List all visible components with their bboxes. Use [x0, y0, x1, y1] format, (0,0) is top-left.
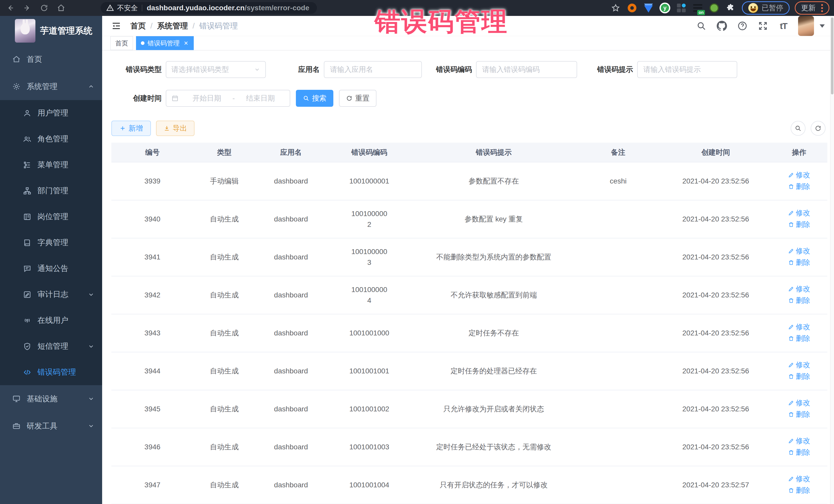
error-type-label: 错误码类型	[120, 65, 162, 74]
end-date-placeholder[interactable]: 结束日期	[236, 93, 285, 103]
sidebar-item-system[interactable]: 系统管理	[0, 73, 102, 100]
error-code-input[interactable]	[482, 65, 571, 74]
avatar-caret-icon[interactable]	[820, 24, 825, 28]
sidebar-item-announcements[interactable]: 通知公告	[0, 256, 102, 282]
app-name-input[interactable]	[329, 65, 416, 74]
home-icon	[12, 54, 21, 64]
scrollbar-thumb[interactable]	[831, 18, 833, 94]
delete-button[interactable]: 删除	[788, 485, 810, 496]
delete-button[interactable]: 删除	[788, 447, 810, 458]
sidebar-item-departments[interactable]: 部门管理	[0, 178, 102, 204]
refresh-icon[interactable]	[811, 121, 826, 136]
export-button[interactable]: 导出	[156, 120, 195, 136]
date-range-picker[interactable]: 开始日期 - 结束日期	[166, 90, 290, 107]
sidebar-item-devtools[interactable]: 研发工具	[0, 412, 102, 440]
reset-button[interactable]: 重置	[339, 90, 376, 107]
filter-error-type: 错误码类型 请选择错误码类型	[120, 61, 266, 78]
sidebar-menu: 首页 系统管理 用户管理 角色管理	[0, 46, 102, 504]
browser-reload-icon[interactable]	[39, 2, 50, 14]
extension-orange-icon[interactable]	[626, 2, 638, 14]
tag-error-codes[interactable]: 错误码管理	[136, 36, 194, 50]
filter-row-1: 错误码类型 请选择错误码类型 应用名 错误码编码	[111, 61, 826, 78]
search-button[interactable]: 搜索	[296, 90, 333, 107]
announcement-icon	[23, 264, 32, 273]
paused-label: 已暂停	[762, 3, 783, 13]
edit-button[interactable]: 修改	[788, 359, 810, 370]
breadcrumb-separator: /	[193, 22, 195, 30]
sidebar-item-infrastructure[interactable]: 基础设施	[0, 385, 102, 412]
page-scrollbar[interactable]	[830, 16, 834, 504]
profile-paused-badge[interactable]: 已暂停	[742, 1, 790, 15]
delete-button[interactable]: 删除	[788, 409, 810, 420]
sidebar-item-posts[interactable]: 岗位管理	[0, 204, 102, 230]
tag-home[interactable]: 首页	[110, 36, 133, 50]
breadcrumb-home[interactable]: 首页	[130, 21, 146, 31]
edit-button[interactable]: 修改	[788, 397, 810, 408]
address-bar[interactable]: 不安全 dashboard.yudao.iocoder.cn /system/e…	[101, 2, 317, 14]
sidebar-item-roles[interactable]: 角色管理	[0, 126, 102, 152]
sidebar-item-menus[interactable]: 菜单管理	[0, 152, 102, 178]
edit-button[interactable]: 修改	[788, 170, 810, 180]
browser-home-icon[interactable]	[56, 2, 67, 14]
breadcrumb-current: 错误码管理	[199, 21, 238, 31]
extension-green-y-icon[interactable]: y	[659, 2, 671, 14]
add-button[interactable]: 新增	[111, 120, 151, 136]
sidebar-item-home[interactable]: 首页	[0, 46, 102, 73]
table-row: 3944自动生成dashboard1001001001定时任务的处理器已经存在2…	[111, 352, 827, 390]
edit-button[interactable]: 修改	[788, 246, 810, 256]
tag-active-dot	[141, 41, 145, 45]
sidebar-fold-icon[interactable]	[111, 21, 122, 31]
delete-button[interactable]: 删除	[788, 219, 810, 230]
delete-button[interactable]: 删除	[788, 333, 810, 344]
error-hint-input[interactable]	[643, 65, 731, 74]
extension-list-on-icon[interactable]: on	[692, 2, 704, 14]
filter-create-time: 创建时间 开始日期 - 结束日期	[120, 90, 290, 107]
user-avatar[interactable]	[798, 16, 814, 36]
error-code-input-box	[476, 61, 577, 78]
chevron-down-icon	[88, 343, 94, 350]
extensions-puzzle-icon[interactable]	[724, 2, 737, 14]
sidebar-item-error-codes[interactable]: 错误码管理	[0, 359, 102, 385]
error-code-label: 错误码编码	[432, 65, 472, 74]
edit-button[interactable]: 修改	[788, 207, 810, 218]
delete-button[interactable]: 删除	[788, 257, 810, 268]
font-size-icon[interactable]: tT	[776, 19, 790, 33]
extension-cam-icon[interactable]	[708, 2, 720, 14]
tag-close-icon[interactable]	[183, 40, 189, 46]
edit-button[interactable]: 修改	[788, 284, 810, 294]
help-icon[interactable]	[736, 19, 749, 33]
fullscreen-icon[interactable]	[756, 19, 770, 33]
extension-gem-icon[interactable]	[642, 2, 655, 14]
delete-button[interactable]: 删除	[788, 295, 810, 306]
chevron-up-icon	[88, 83, 94, 90]
browser-forward-icon[interactable]	[22, 2, 33, 14]
sidebar-item-dictionary[interactable]: 字典管理	[0, 230, 102, 256]
sidebar-item-sms[interactable]: 短信管理	[0, 333, 102, 359]
browser-update-button[interactable]: 更新	[795, 1, 829, 15]
delete-button[interactable]: 删除	[788, 371, 810, 382]
browser-back-icon[interactable]	[5, 2, 16, 14]
browser-menu-icon[interactable]	[821, 4, 823, 12]
edit-button[interactable]: 修改	[788, 474, 810, 484]
badge-icon	[23, 212, 32, 221]
sidebar-item-users[interactable]: 用户管理	[0, 100, 102, 126]
error-type-select[interactable]: 请选择错误码类型	[166, 61, 266, 78]
edit-button[interactable]: 修改	[788, 436, 810, 446]
online-user-icon	[23, 316, 32, 325]
extension-grid-icon[interactable]	[675, 2, 687, 14]
bookmark-star-icon[interactable]	[610, 2, 622, 14]
sidebar-item-audit-log[interactable]: 审计日志	[0, 282, 102, 307]
table-row: 3943自动生成dashboard1001001000定时任务不存在2021-0…	[111, 314, 827, 352]
start-date-placeholder[interactable]: 开始日期	[183, 93, 231, 103]
edit-button[interactable]: 修改	[788, 322, 810, 332]
delete-button[interactable]: 删除	[788, 181, 810, 192]
breadcrumb-system[interactable]: 系统管理	[157, 21, 188, 31]
chevron-down-icon	[88, 423, 94, 429]
sidebar-item-online-users[interactable]: 在线用户	[0, 307, 102, 333]
github-icon[interactable]	[715, 19, 729, 33]
table-row: 3939手动编辑dashboard1001000001参数配置不存在ceshi2…	[111, 162, 827, 200]
table-row: 3945自动生成dashboard1001001002只允许修改为开启或者关闭状…	[111, 390, 827, 428]
main-area: 首页 / 系统管理 / 错误码管理 tT 首页	[102, 16, 834, 504]
search-icon[interactable]	[695, 19, 708, 33]
show-search-icon[interactable]	[791, 121, 806, 136]
